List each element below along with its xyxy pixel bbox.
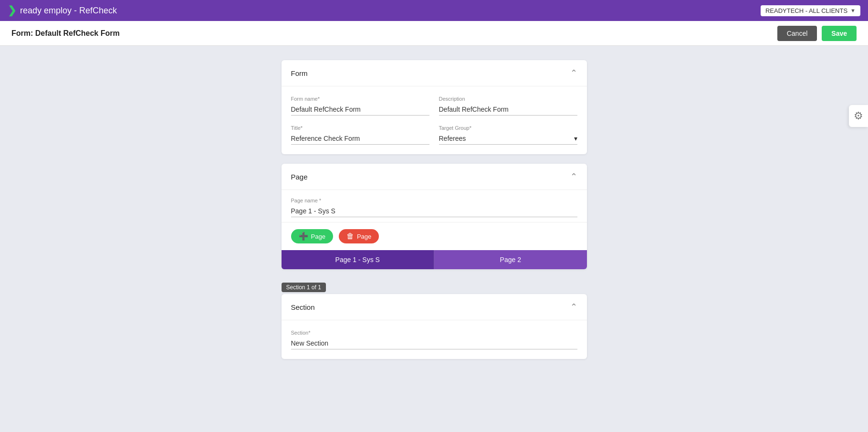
- target-group-value: Referees: [439, 135, 466, 142]
- target-group-field: Target Group* Referees ▾: [439, 125, 577, 145]
- section-collapse-icon[interactable]: ⌃: [570, 302, 577, 312]
- form-name-input[interactable]: [291, 104, 429, 116]
- form-card-header: Form ⌃: [282, 60, 587, 86]
- plus-icon: ➕: [299, 232, 308, 240]
- description-input[interactable]: [439, 104, 577, 116]
- title-field: Title*: [291, 125, 429, 145]
- form-name-label: Form name*: [291, 96, 429, 102]
- toolbar-actions: Cancel Save: [777, 26, 857, 41]
- form-collapse-icon[interactable]: ⌃: [570, 68, 577, 78]
- page-collapse-icon[interactable]: ⌃: [570, 171, 577, 182]
- page-card-title: Page: [291, 173, 308, 181]
- form-card-body: Form name* Description Title* Target Gro…: [282, 86, 587, 154]
- page-toolbar: Form: Default RefCheck Form Cancel Save: [0, 21, 868, 46]
- section-name-input[interactable]: [291, 337, 577, 349]
- page-buttons-row: ➕ Page 🗑 Page: [282, 222, 587, 250]
- page-card: Page ⌃ Page name * ➕ Page 🗑 Page Page 1 …: [282, 164, 587, 269]
- trash-icon: 🗑: [346, 232, 354, 240]
- page-card-header: Page ⌃: [282, 164, 587, 190]
- description-label: Description: [439, 96, 577, 102]
- section-container: Section 1 of 1 Section ⌃ Section*: [282, 279, 587, 359]
- title-input[interactable]: [291, 133, 429, 145]
- page-title: Form: Default RefCheck Form: [11, 29, 120, 38]
- section-card-body: Section*: [282, 320, 587, 359]
- top-navigation: ❯ ready employ - RefCheck READYTECH - AL…: [0, 0, 868, 21]
- cancel-button[interactable]: Cancel: [777, 26, 817, 41]
- section-badge: Section 1 of 1: [282, 283, 326, 292]
- tab-page-2[interactable]: Page 2: [434, 250, 587, 269]
- form-card-title: Form: [291, 69, 308, 77]
- app-logo: ❯ ready employ - RefCheck: [8, 5, 117, 16]
- target-group-chevron-icon: ▾: [574, 135, 577, 142]
- client-selector[interactable]: READYTECH - ALL CLIENTS ▼: [761, 5, 860, 16]
- section-name-label: Section*: [291, 330, 577, 336]
- description-field: Description: [439, 96, 577, 116]
- add-page-button[interactable]: ➕ Page: [291, 229, 333, 243]
- main-content: Form ⌃ Form name* Description Title*: [0, 46, 868, 373]
- chevron-down-icon: ▼: [850, 8, 856, 13]
- tab-page-1[interactable]: Page 1 - Sys S: [282, 250, 435, 269]
- gear-icon: ⚙: [854, 110, 863, 122]
- app-title: ready employ - RefCheck: [20, 6, 117, 16]
- logo-chevron-icon: ❯: [8, 5, 16, 16]
- form-name-field: Form name*: [291, 96, 429, 116]
- delete-page-label: Page: [357, 233, 371, 240]
- page-name-field-container: Page name *: [282, 190, 587, 222]
- section-card: Section ⌃ Section*: [282, 294, 587, 359]
- add-page-label: Page: [311, 233, 325, 240]
- form-card: Form ⌃ Form name* Description Title*: [282, 60, 587, 154]
- gear-panel[interactable]: ⚙: [849, 105, 868, 127]
- delete-page-button[interactable]: 🗑 Page: [339, 229, 379, 243]
- target-group-select[interactable]: Referees ▾: [439, 133, 577, 145]
- save-button[interactable]: Save: [822, 26, 857, 41]
- page-name-label: Page name *: [291, 198, 577, 203]
- form-row-2: Title* Target Group* Referees ▾: [291, 125, 577, 145]
- section-name-field: Section*: [291, 330, 577, 349]
- form-row-1: Form name* Description: [291, 96, 577, 116]
- target-group-label: Target Group*: [439, 125, 577, 131]
- page-name-input[interactable]: [291, 205, 577, 217]
- title-label: Title*: [291, 125, 429, 131]
- section-label-bar: Section 1 of 1: [282, 279, 587, 294]
- client-label: READYTECH - ALL CLIENTS: [765, 7, 847, 14]
- page-tabs-bar: Page 1 - Sys S Page 2: [282, 250, 587, 269]
- section-card-title: Section: [291, 303, 315, 311]
- section-card-header: Section ⌃: [282, 294, 587, 320]
